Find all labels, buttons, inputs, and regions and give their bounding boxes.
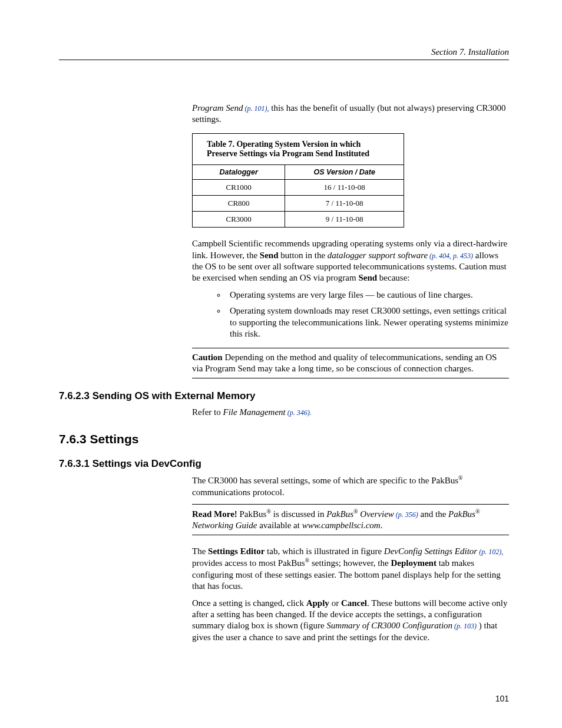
para-settings-editor: The Settings Editor tab, which is illust…	[192, 546, 509, 592]
table-row: CR1000 16 / 11-10-08	[193, 180, 404, 196]
para-settings-intro: The CR3000 has several settings, some of…	[192, 475, 509, 498]
read-more-box: Read More! PakBus® is discussed in PakBu…	[192, 504, 509, 535]
para-recommend: Campbell Scientific recommends upgrading…	[192, 238, 509, 284]
cell: 9 / 11-10-08	[285, 212, 404, 228]
heading-7-6-3: 7.6.3 Settings	[59, 432, 509, 446]
caution-box: Caution Depending on the method and qual…	[192, 348, 509, 378]
link-p346[interactable]: (p. 346).	[286, 409, 312, 417]
table-row: CR800 7 / 11-10-08	[193, 196, 404, 212]
cell: CR800	[193, 196, 285, 212]
cell: 7 / 11-10-08	[285, 196, 404, 212]
page-number: 101	[495, 694, 509, 703]
link-p103[interactable]: (p. 103)	[452, 622, 477, 630]
caution-text: Depending on the method and quality of t…	[192, 353, 497, 373]
para-apply-cancel: Once a setting is changed, click Apply o…	[192, 598, 509, 643]
caution-label: Caution	[192, 353, 223, 362]
table-row: CR3000 9 / 11-10-08	[193, 212, 404, 228]
heading-7-6-2-3: 7.6.2.3 Sending OS with External Memory	[59, 390, 509, 402]
running-header: Section 7. Installation	[59, 47, 509, 60]
list-item: Operating system downloads may reset CR3…	[226, 305, 509, 340]
link-p404-453[interactable]: (p. 404, p. 453)	[428, 252, 473, 260]
link-p102[interactable]: (p. 102),	[477, 548, 503, 556]
cell: CR3000	[193, 212, 285, 228]
cell: CR1000	[193, 180, 285, 196]
table-title: Table 7. Operating System Version in whi…	[193, 134, 404, 165]
table-head-datalogger: Datalogger	[193, 165, 285, 180]
bullet-list: Operating systems are very large files —…	[192, 289, 509, 340]
intro-paragraph: Program Send (p. 101), this has the bene…	[192, 103, 509, 125]
link-p101[interactable]: (p. 101),	[243, 104, 269, 113]
list-item: Operating systems are very large files —…	[226, 289, 509, 301]
os-version-table: Table 7. Operating System Version in whi…	[192, 133, 404, 228]
link-p356[interactable]: (p. 356)	[394, 510, 418, 519]
intro-program-send: Program Send	[192, 103, 243, 113]
para-file-management: Refer to File Management (p. 346).	[192, 407, 509, 418]
table-head-osversion: OS Version / Date	[285, 165, 404, 180]
heading-7-6-3-1: 7.6.3.1 Settings via DevConfig	[59, 458, 509, 470]
cell: 16 / 11-10-08	[285, 180, 404, 196]
